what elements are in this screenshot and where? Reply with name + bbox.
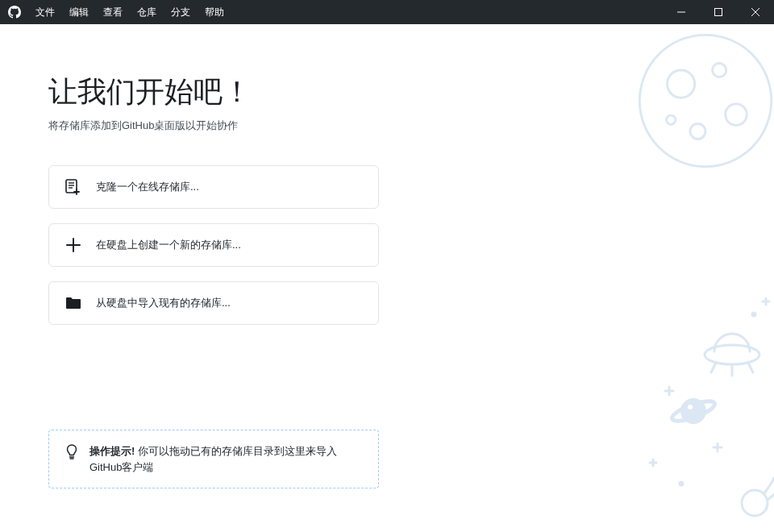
maximize-button[interactable] bbox=[700, 0, 737, 24]
menu-view[interactable]: 查看 bbox=[103, 6, 123, 19]
clone-repo-button[interactable]: 克隆一个在线存储库... bbox=[48, 165, 379, 209]
welcome-content: 让我们开始吧！ 将存储库添加到GitHub桌面版以开始协作 克隆一个在线存储库.… bbox=[0, 24, 774, 488]
add-repo-button[interactable]: 从硬盘中导入现有的存储库... bbox=[48, 281, 379, 325]
menu-file[interactable]: 文件 bbox=[35, 6, 55, 19]
titlebar-left: 文件 编辑 查看 仓库 分支 帮助 bbox=[0, 6, 224, 19]
folder-icon bbox=[65, 295, 81, 311]
menu-bar: 文件 编辑 查看 仓库 分支 帮助 bbox=[35, 6, 224, 19]
menu-branch[interactable]: 分支 bbox=[171, 6, 190, 19]
github-logo-icon bbox=[8, 6, 21, 19]
protip-text: 操作提示! 你可以拖动已有的存储库目录到这里来导入GitHub客户端 bbox=[89, 443, 362, 475]
protip-label: 操作提示! bbox=[89, 445, 135, 457]
menu-help[interactable]: 帮助 bbox=[205, 6, 224, 19]
titlebar: 文件 编辑 查看 仓库 分支 帮助 bbox=[0, 0, 774, 24]
create-repo-button[interactable]: 在硬盘上创建一个新的存储库... bbox=[48, 223, 379, 267]
close-button[interactable] bbox=[737, 0, 774, 24]
protip-box: 操作提示! 你可以拖动已有的存储库目录到这里来导入GitHub客户端 bbox=[48, 430, 379, 488]
lightbulb-icon bbox=[65, 444, 78, 475]
window-controls bbox=[663, 0, 774, 24]
add-repo-label: 从硬盘中导入现有的存储库... bbox=[96, 296, 231, 310]
action-list: 克隆一个在线存储库... 在硬盘上创建一个新的存储库... 从硬盘中导入现有的存… bbox=[48, 165, 379, 325]
minimize-button[interactable] bbox=[663, 0, 700, 24]
svg-rect-17 bbox=[66, 180, 77, 193]
clone-repo-label: 克隆一个在线存储库... bbox=[96, 180, 199, 194]
menu-repo[interactable]: 仓库 bbox=[137, 6, 156, 19]
svg-rect-0 bbox=[715, 9, 722, 16]
page-title: 让我们开始吧！ bbox=[48, 73, 774, 112]
clone-icon bbox=[65, 179, 81, 195]
create-repo-label: 在硬盘上创建一个新的存储库... bbox=[96, 238, 241, 252]
page-subtitle: 将存储库添加到GitHub桌面版以开始协作 bbox=[48, 118, 774, 133]
menu-edit[interactable]: 编辑 bbox=[69, 6, 89, 19]
plus-icon bbox=[65, 237, 81, 253]
